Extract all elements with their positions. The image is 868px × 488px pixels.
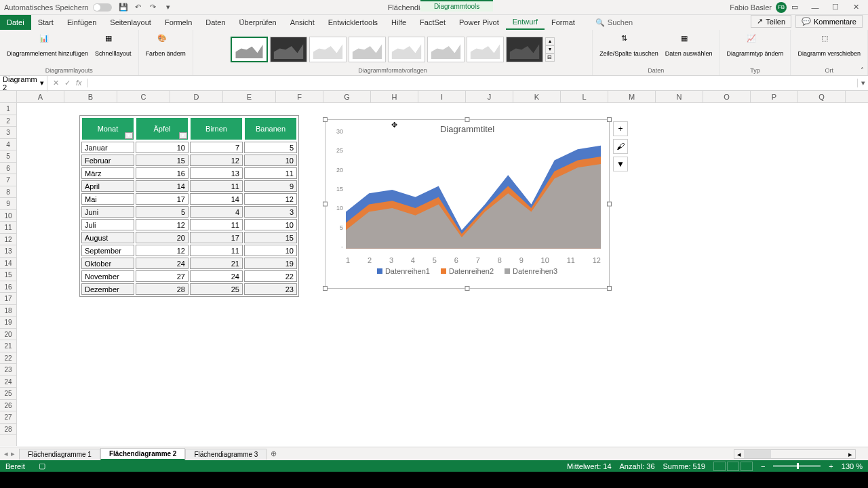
table-row[interactable]: Mai171412 — [81, 193, 297, 205]
change-colors-button[interactable]: 🎨 Farben ändern — [143, 33, 189, 58]
table-header[interactable]: Bananen — [244, 117, 297, 140]
row-header[interactable]: 10 — [0, 210, 16, 222]
tab-file[interactable]: Datei — [0, 15, 31, 30]
column-header[interactable]: J — [466, 91, 513, 102]
table-cell[interactable]: 12 — [190, 155, 243, 166]
table-row[interactable]: Juli121110 — [81, 219, 297, 230]
chart-title[interactable]: Diagrammtitel — [326, 120, 609, 138]
row-header[interactable]: 8 — [0, 186, 16, 199]
undo-icon[interactable]: ↶ — [134, 3, 143, 12]
table-row[interactable]: April14119 — [81, 180, 297, 192]
tab-format[interactable]: Format — [545, 15, 582, 30]
zoom-level[interactable]: 130 % — [842, 462, 863, 470]
filter-icon[interactable]: ▾ — [179, 132, 187, 139]
resize-handle[interactable] — [607, 117, 612, 122]
ribbon-options-icon[interactable]: ▭ — [785, 1, 804, 14]
table-cell[interactable]: 17 — [190, 232, 243, 243]
resize-handle[interactable] — [465, 117, 470, 122]
table-cell[interactable]: 27 — [136, 270, 189, 282]
table-row[interactable]: November272422 — [81, 270, 297, 282]
table-cell[interactable]: 3 — [244, 206, 297, 218]
row-header[interactable]: 20 — [0, 329, 16, 341]
tab-formulas[interactable]: Formeln — [158, 15, 199, 30]
chart-object[interactable]: Diagrammtitel -51015202530 1234567891011… — [325, 119, 610, 289]
column-header[interactable]: H — [371, 91, 418, 102]
chart-filters-button[interactable]: ▼ — [613, 157, 628, 171]
table-cell[interactable]: 24 — [136, 258, 189, 269]
table-cell[interactable]: November — [81, 270, 134, 282]
resize-handle[interactable] — [465, 286, 470, 291]
table-cell[interactable]: 24 — [190, 270, 243, 282]
view-normal-icon[interactable] — [713, 462, 726, 471]
tab-start[interactable]: Start — [31, 15, 60, 30]
column-header[interactable]: K — [513, 91, 561, 102]
table-cell[interactable]: 10 — [244, 155, 297, 166]
chart-style-7[interactable] — [467, 37, 504, 62]
table-cell[interactable]: 9 — [244, 180, 297, 192]
accept-formula-icon[interactable]: ✓ — [64, 79, 71, 87]
table-cell[interactable]: 11 — [190, 245, 243, 256]
macro-record-icon[interactable]: ▢ — [39, 462, 45, 470]
sheet-tab-3[interactable]: Flächendiagramme 3 — [185, 449, 267, 460]
column-header[interactable]: E — [223, 91, 276, 102]
table-cell[interactable]: 15 — [244, 232, 297, 243]
row-header[interactable]: 18 — [0, 305, 16, 317]
row-header[interactable]: 9 — [0, 198, 16, 210]
table-cell[interactable]: 28 — [136, 283, 189, 295]
row-header[interactable]: 15 — [0, 269, 16, 281]
table-header[interactable]: Monat▾ — [81, 117, 134, 140]
chart-style-6[interactable] — [427, 37, 465, 62]
resize-handle[interactable] — [607, 286, 612, 291]
row-header[interactable]: 14 — [0, 258, 16, 270]
search-box[interactable]: 🔍 Suchen — [595, 15, 633, 30]
column-header[interactable]: F — [276, 91, 323, 102]
table-cell[interactable]: Februar — [81, 155, 134, 166]
table-cell[interactable]: 7 — [190, 142, 243, 153]
sheet-tab-2[interactable]: Flächendiagramme 2 — [100, 448, 185, 460]
zoom-slider[interactable] — [773, 465, 821, 467]
table-cell[interactable]: 4 — [190, 206, 243, 218]
table-cell[interactable]: Juli — [81, 219, 134, 230]
autosave-toggle[interactable]: Automatisches Speichern — [4, 3, 112, 12]
tab-help[interactable]: Hilfe — [384, 15, 413, 30]
zoom-in-icon[interactable]: + — [829, 462, 833, 470]
column-header[interactable]: A — [17, 91, 64, 102]
table-cell[interactable]: 12 — [244, 193, 297, 205]
table-row[interactable]: September121110 — [81, 245, 297, 256]
tab-page-layout[interactable]: Seitenlayout — [103, 15, 158, 30]
tab-nav-next-icon[interactable]: ▸ — [11, 449, 15, 458]
table-cell[interactable]: April — [81, 180, 134, 192]
table-cell[interactable]: 10 — [244, 245, 297, 256]
column-header[interactable]: N — [656, 91, 703, 102]
row-header[interactable]: 2 — [0, 115, 16, 127]
cancel-formula-icon[interactable]: ✕ — [53, 79, 59, 87]
toggle-switch[interactable] — [93, 3, 112, 12]
style-gallery-scroll[interactable]: ▴▾⊟ — [545, 37, 555, 62]
table-cell[interactable]: 14 — [190, 193, 243, 205]
chart-elements-button[interactable]: + — [613, 121, 628, 136]
table-cell[interactable]: März — [81, 167, 134, 179]
row-header[interactable]: 28 — [0, 424, 16, 436]
expand-formula-icon[interactable]: ▾ — [857, 79, 868, 87]
row-header[interactable]: 12 — [0, 234, 16, 246]
select-all-corner[interactable] — [0, 91, 17, 102]
column-header[interactable]: L — [561, 91, 608, 102]
legend-item[interactable]: Datenreihen1 — [377, 267, 430, 275]
table-cell[interactable]: August — [81, 232, 134, 243]
redo-icon[interactable]: ↷ — [149, 3, 158, 12]
table-cell[interactable]: 11 — [190, 219, 243, 230]
share-button[interactable]: ↗ Teilen — [751, 15, 791, 28]
table-cell[interactable]: 14 — [136, 180, 189, 192]
save-icon[interactable]: 💾 — [119, 3, 128, 12]
table-header[interactable]: Äpfel▾ — [136, 117, 189, 140]
filter-icon[interactable]: ▾ — [125, 132, 133, 139]
row-header[interactable]: 25 — [0, 388, 16, 400]
close-icon[interactable]: ✕ — [846, 1, 865, 14]
table-cell[interactable]: Juni — [81, 206, 134, 218]
row-header[interactable]: 23 — [0, 364, 16, 376]
tab-powerpivot[interactable]: Power Pivot — [452, 15, 506, 30]
table-cell[interactable]: 5 — [244, 142, 297, 153]
chart-styles-button[interactable]: 🖌 — [613, 139, 628, 154]
select-data-button[interactable]: ▦ Daten auswählen — [663, 33, 715, 58]
tab-view[interactable]: Ansicht — [283, 15, 321, 30]
